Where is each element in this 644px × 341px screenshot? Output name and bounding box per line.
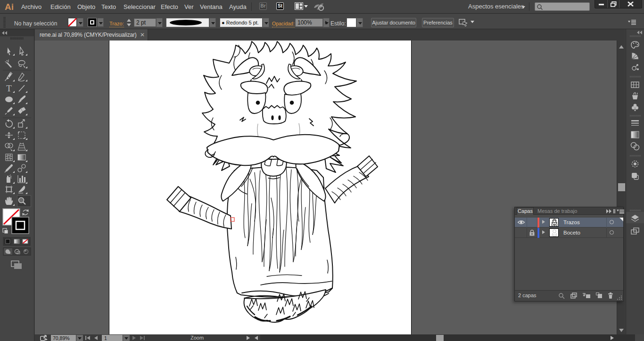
svg-text:T: T [6,83,12,93]
